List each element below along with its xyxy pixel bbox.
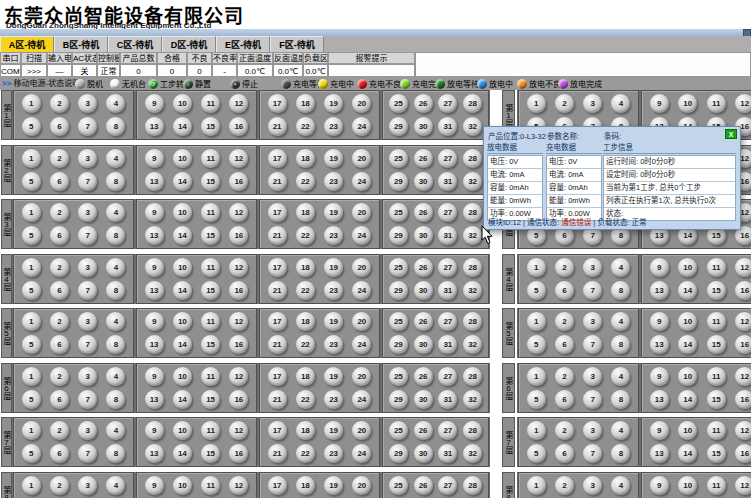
cell-circle[interactable]: 27 xyxy=(438,421,457,440)
cell-circle[interactable]: 3 xyxy=(583,421,602,440)
cell-circle[interactable]: 32 xyxy=(463,281,482,300)
cell-circle[interactable]: 6 xyxy=(50,172,69,191)
tab-zone-3[interactable]: C区-待机 xyxy=(108,36,162,52)
cell-circle[interactable]: 10 xyxy=(678,258,697,277)
cell-circle[interactable]: 21 xyxy=(268,117,287,136)
cell-circle[interactable]: 25 xyxy=(389,476,408,495)
cell-circle[interactable]: 29 xyxy=(389,444,408,463)
cell-circle[interactable]: 25 xyxy=(389,149,408,168)
tab-zone-4[interactable]: D区-待机 xyxy=(162,36,216,52)
cell-circle[interactable]: 1 xyxy=(22,312,41,331)
cell-circle[interactable]: 18 xyxy=(296,421,315,440)
cell-circle[interactable]: 24 xyxy=(352,117,371,136)
cell-circle[interactable]: 25 xyxy=(389,312,408,331)
cell-circle[interactable]: 27 xyxy=(438,203,457,222)
cell-circle[interactable]: 31 xyxy=(438,281,457,300)
popup-close-button[interactable]: X xyxy=(725,129,737,139)
cell-circle[interactable]: 30 xyxy=(414,390,433,409)
cell-circle[interactable]: 31 xyxy=(438,117,457,136)
cell-circle[interactable]: 15 xyxy=(707,444,726,463)
cell-circle[interactable]: 23 xyxy=(324,281,343,300)
cell-circle[interactable]: 15 xyxy=(201,117,220,136)
cell-circle[interactable]: 16 xyxy=(229,444,248,463)
cell-circle[interactable]: 4 xyxy=(106,421,125,440)
cell-circle[interactable]: 20 xyxy=(352,149,371,168)
cell-circle[interactable]: 14 xyxy=(678,390,697,409)
cell-circle[interactable]: 12 xyxy=(229,421,248,440)
cell-circle[interactable]: 28 xyxy=(463,203,482,222)
cell-circle[interactable]: 17 xyxy=(268,421,287,440)
cell-circle[interactable]: 28 xyxy=(463,421,482,440)
cell-circle[interactable]: 12 xyxy=(735,367,751,386)
cell-circle[interactable]: 12 xyxy=(229,367,248,386)
cell-circle[interactable]: 1 xyxy=(22,421,41,440)
cell-circle[interactable]: 8 xyxy=(106,117,125,136)
cell-circle[interactable]: 13 xyxy=(145,444,164,463)
cell-circle[interactable]: 27 xyxy=(438,312,457,331)
cell-circle[interactable]: 18 xyxy=(296,203,315,222)
cell-circle[interactable]: 10 xyxy=(678,312,697,331)
cell-circle[interactable]: 10 xyxy=(173,203,192,222)
cell-circle[interactable]: 30 xyxy=(414,335,433,354)
cell-circle[interactable]: 10 xyxy=(173,476,192,495)
tab-zone-1[interactable]: A区-待机 xyxy=(0,36,54,52)
cell-circle[interactable]: 32 xyxy=(463,335,482,354)
cell-circle[interactable]: 1 xyxy=(22,94,41,113)
cell-circle[interactable]: 12 xyxy=(229,258,248,277)
cell-circle[interactable]: 4 xyxy=(611,421,630,440)
cell-circle[interactable]: 18 xyxy=(296,94,315,113)
cell-circle[interactable]: 24 xyxy=(352,226,371,245)
cell-circle[interactable]: 18 xyxy=(296,367,315,386)
cell-circle[interactable]: 7 xyxy=(78,444,97,463)
cell-circle[interactable]: 4 xyxy=(611,476,630,495)
cell-circle[interactable]: 16 xyxy=(229,172,248,191)
cell-circle[interactable]: 28 xyxy=(463,476,482,495)
cell-circle[interactable]: 8 xyxy=(611,335,630,354)
cell-circle[interactable]: 4 xyxy=(611,312,630,331)
cell-circle[interactable]: 16 xyxy=(735,335,751,354)
cell-circle[interactable]: 4 xyxy=(106,203,125,222)
cell-circle[interactable]: 16 xyxy=(735,390,751,409)
cell-circle[interactable]: 24 xyxy=(352,172,371,191)
cell-circle[interactable]: 25 xyxy=(389,203,408,222)
cell-circle[interactable]: 10 xyxy=(678,367,697,386)
cell-circle[interactable]: 3 xyxy=(78,312,97,331)
cell-circle[interactable]: 29 xyxy=(389,335,408,354)
cell-circle[interactable]: 11 xyxy=(201,203,220,222)
cell-circle[interactable]: 32 xyxy=(463,444,482,463)
cell-circle[interactable]: 17 xyxy=(268,203,287,222)
cell-circle[interactable]: 14 xyxy=(173,117,192,136)
cell-circle[interactable]: 16 xyxy=(735,444,751,463)
cell-circle[interactable]: 19 xyxy=(324,149,343,168)
cell-circle[interactable]: 9 xyxy=(650,312,669,331)
cell-circle[interactable]: 9 xyxy=(650,476,669,495)
cell-circle[interactable]: 11 xyxy=(707,258,726,277)
cell-circle[interactable]: 2 xyxy=(50,476,69,495)
cell-circle[interactable]: 6 xyxy=(50,117,69,136)
cell-circle[interactable]: 5 xyxy=(22,117,41,136)
cell-circle[interactable]: 27 xyxy=(438,476,457,495)
cell-circle[interactable]: 7 xyxy=(583,335,602,354)
cell-circle[interactable]: 29 xyxy=(389,390,408,409)
cell-circle[interactable]: 9 xyxy=(650,367,669,386)
cell-circle[interactable]: 31 xyxy=(438,335,457,354)
cell-circle[interactable]: 10 xyxy=(678,94,697,113)
cell-circle[interactable]: 16 xyxy=(229,335,248,354)
cell-circle[interactable]: 14 xyxy=(173,172,192,191)
cell-circle[interactable]: 8 xyxy=(611,281,630,300)
cell-circle[interactable]: 10 xyxy=(678,421,697,440)
cell-circle[interactable]: 31 xyxy=(438,390,457,409)
cell-circle[interactable]: 25 xyxy=(389,94,408,113)
cell-circle[interactable]: 17 xyxy=(268,312,287,331)
cell-circle[interactable]: 12 xyxy=(735,312,751,331)
cell-circle[interactable]: 6 xyxy=(50,281,69,300)
cell-circle[interactable]: 9 xyxy=(650,94,669,113)
cell-circle[interactable]: 24 xyxy=(352,335,371,354)
cell-circle[interactable]: 15 xyxy=(707,390,726,409)
cell-circle[interactable]: 32 xyxy=(463,226,482,245)
cell-circle[interactable]: 2 xyxy=(50,203,69,222)
cell-circle[interactable]: 8 xyxy=(106,335,125,354)
cell-circle[interactable]: 3 xyxy=(583,94,602,113)
cell-circle[interactable]: 12 xyxy=(735,258,751,277)
cell-circle[interactable]: 4 xyxy=(106,312,125,331)
